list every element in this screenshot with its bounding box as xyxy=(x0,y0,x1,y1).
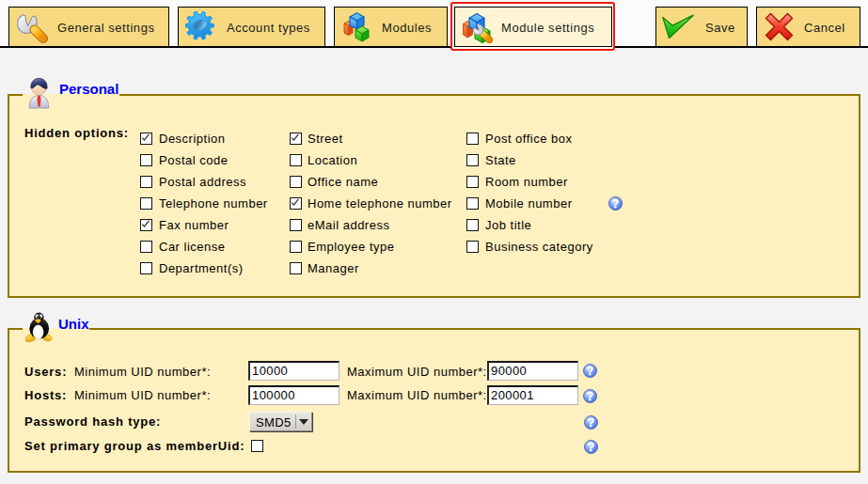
svg-text:?: ? xyxy=(587,365,593,378)
svg-text:?: ? xyxy=(588,441,594,454)
svg-text:?: ? xyxy=(612,197,619,211)
svg-text:?: ? xyxy=(587,390,593,403)
svg-text:?: ? xyxy=(588,416,594,429)
